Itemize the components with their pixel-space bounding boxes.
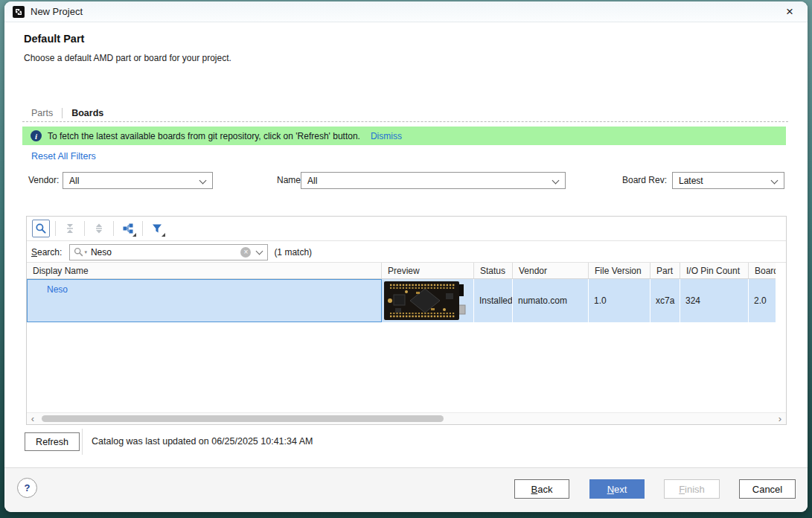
match-count: (1 match) [274, 247, 312, 258]
table-row[interactable]: Neso [27, 279, 776, 322]
footer-bar: ? Back Next Finish Cancel [4, 467, 808, 512]
name-select[interactable]: All [301, 172, 566, 189]
back-button-label: Back [531, 484, 553, 495]
board-rev-select[interactable]: Latest [672, 172, 784, 189]
refresh-button[interactable]: Refresh [25, 432, 80, 451]
search-field-icon[interactable] [74, 247, 83, 257]
info-banner: i To fetch the latest available boards f… [22, 127, 786, 145]
toolbar-separator [84, 221, 85, 236]
board-preview-image [383, 280, 467, 322]
catalog-status-text: Catalog was last updated on 06/25/2025 1… [82, 429, 313, 455]
vivado-logo-icon [13, 6, 25, 18]
name-value: All [307, 176, 317, 186]
horizontal-scrollbar[interactable]: ‹ › [27, 412, 786, 424]
board-rev-value: Latest [679, 176, 703, 186]
clear-search-icon[interactable]: × [240, 247, 251, 258]
cell-file-version[interactable]: 1.0 [589, 279, 650, 322]
scrollbar-thumb[interactable] [42, 415, 444, 422]
parts-boards-tabs: Parts Boards [31, 106, 103, 121]
reset-all-filters-link[interactable]: Reset All Filters [31, 151, 96, 162]
cell-board-rev[interactable]: 2.0 [749, 279, 776, 322]
finish-button[interactable]: Finish [664, 479, 720, 499]
dropdown-corner-icon [162, 233, 165, 237]
help-icon[interactable]: ? [17, 478, 37, 498]
back-button[interactable]: Back [514, 479, 569, 499]
cell-preview[interactable] [382, 279, 474, 322]
dropdown-corner-icon [132, 233, 136, 237]
tab-boards[interactable]: Boards [71, 108, 103, 118]
expand-all-icon[interactable] [90, 220, 108, 237]
tabs-separator [22, 121, 788, 122]
cell-part[interactable]: xc7a [650, 279, 680, 322]
column-header-io-pin-count[interactable]: I/O Pin Count [680, 263, 749, 278]
search-box: ▾ × [69, 244, 268, 260]
search-icon[interactable] [32, 220, 50, 237]
search-row: Search: ▾ × (1 match) [27, 242, 786, 263]
chevron-down-icon [255, 247, 263, 255]
chevron-down-icon [552, 177, 560, 185]
title-bar: New Project × [4, 1, 808, 22]
vendor-label: Vendor: [28, 175, 59, 185]
new-project-dialog: New Project × Default Part Choose a defa… [4, 1, 808, 512]
vendor-value: All [69, 176, 79, 186]
table-toolbar [27, 217, 786, 241]
search-history-dropdown[interactable] [251, 245, 267, 260]
chevron-down-icon [771, 177, 779, 185]
banner-text: To fetch the latest available boards fro… [48, 131, 360, 141]
page-subtitle: Choose a default AMD part or board for y… [24, 53, 231, 63]
search-input[interactable] [87, 247, 240, 258]
tab-divider [62, 108, 63, 118]
cell-display-name[interactable]: Neso [27, 279, 382, 322]
column-header-status[interactable]: Status [474, 263, 513, 278]
toolbar-separator [55, 221, 56, 236]
group-by-icon[interactable] [119, 220, 137, 237]
dismiss-link[interactable]: Dismiss [371, 131, 402, 141]
column-header-preview[interactable]: Preview [382, 263, 474, 278]
close-icon[interactable]: × [781, 4, 799, 20]
collapse-all-icon[interactable] [61, 220, 79, 237]
next-button-label: Next [607, 484, 627, 495]
name-label: Name: [277, 175, 303, 185]
board-rev-label: Board Rev: [622, 175, 667, 185]
boards-table-panel: Search: ▾ × (1 match) Display Name Previ… [26, 216, 787, 425]
cell-vendor[interactable]: numato.com [513, 279, 589, 322]
chevron-down-icon [199, 177, 207, 185]
column-header-board-rev[interactable]: Board R [749, 263, 776, 278]
cancel-button[interactable]: Cancel [739, 479, 796, 499]
window-title: New Project [31, 6, 83, 17]
cell-io-pin-count[interactable]: 324 [680, 279, 749, 322]
column-header-display-name[interactable]: Display Name [27, 263, 382, 278]
filter-icon[interactable] [148, 220, 166, 237]
column-header-vendor[interactable]: Vendor [513, 263, 589, 278]
vendor-select[interactable]: All [63, 172, 213, 189]
scroll-right-icon[interactable]: › [774, 414, 786, 424]
tab-parts[interactable]: Parts [31, 108, 53, 118]
page-title: Default Part [24, 33, 84, 45]
toolbar-separator [113, 221, 114, 236]
scroll-left-icon[interactable]: ‹ [27, 414, 39, 424]
search-label: Search: [31, 247, 62, 258]
info-icon: i [31, 130, 42, 141]
toolbar-separator [142, 221, 143, 236]
next-button[interactable]: Next [589, 479, 645, 499]
cell-status[interactable]: Installed [474, 279, 513, 322]
cancel-button-label: Cancel [752, 484, 782, 495]
finish-button-label: Finish [679, 484, 705, 495]
boards-grid: Display Name Preview Status Vendor File … [27, 263, 786, 412]
column-header-part[interactable]: Part [650, 263, 680, 278]
grid-header: Display Name Preview Status Vendor File … [27, 263, 776, 279]
column-header-file-version[interactable]: File Version [589, 263, 650, 278]
